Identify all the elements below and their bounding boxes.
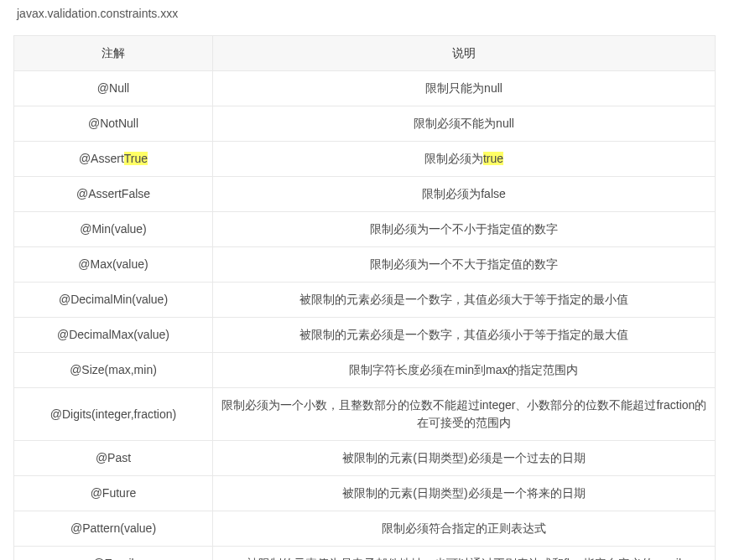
table-row: @NotNull 限制必须不能为null <box>14 106 716 142</box>
table-row: @Pattern(value) 限制必须符合指定的正则表达式 <box>14 511 716 547</box>
description-cell: 限制必须为false <box>213 177 716 212</box>
header-annotation: 注解 <box>14 36 213 71</box>
table-row: @DecimalMax(value) 被限制的元素必须是一个数字，其值必须小于等… <box>14 318 716 353</box>
table-row: @Email 被限制的元素值为是电子邮件地址，也可以通过正则表达式和flag指定… <box>14 547 716 561</box>
description-cell: 限制必须为true <box>213 142 716 177</box>
annotation-cell: @Null <box>14 71 213 106</box>
description-cell: 限制必须为一个小数，且整数部分的位数不能超过integer、小数部分的位数不能超… <box>213 388 716 441</box>
description-highlight: true <box>483 152 503 165</box>
annotation-cell: @AssertFalse <box>14 177 213 212</box>
annotation-cell: @DecimalMax(value) <box>14 318 213 353</box>
table-header-row: 注解 说明 <box>14 36 716 71</box>
annotation-cell: @Min(value) <box>14 212 213 247</box>
description-cell: 被限制的元素值为是电子邮件地址，也可以通过正则表达式和flag指定自定义的ema… <box>213 547 716 561</box>
annotation-cell: @Size(max,min) <box>14 353 213 388</box>
annotation-highlight: True <box>124 152 148 165</box>
description-cell: 限制必须符合指定的正则表达式 <box>213 511 716 547</box>
annotation-cell: @Future <box>14 476 213 511</box>
annotation-cell: @Max(value) <box>14 247 213 283</box>
table-row: @AssertFalse 限制必须为false <box>14 177 716 212</box>
header-description: 说明 <box>213 36 716 71</box>
annotation-prefix: @Assert <box>79 152 124 165</box>
annotation-cell: @Digits(integer,fraction) <box>14 388 213 441</box>
table-row: @Max(value) 限制必须为一个不大于指定值的数字 <box>14 247 716 283</box>
description-cell: 限制必须为一个不大于指定值的数字 <box>213 247 716 283</box>
table-row: @DecimalMin(value) 被限制的元素必须是一个数字，其值必须大于等… <box>14 283 716 318</box>
annotation-cell: @Past <box>14 441 213 476</box>
annotation-cell: @AssertTrue <box>14 142 213 177</box>
description-cell: 被限制的元素必须是一个数字，其值必须小于等于指定的最大值 <box>213 318 716 353</box>
table-row: @Min(value) 限制必须为一个不小于指定值的数字 <box>14 212 716 247</box>
annotation-cell: @Pattern(value) <box>14 511 213 547</box>
description-cell: 被限制的元素(日期类型)必须是一个过去的日期 <box>213 441 716 476</box>
table-row: @Size(max,min) 限制字符长度必须在min到max的指定范围内 <box>14 353 716 388</box>
table-row: @Past 被限制的元素(日期类型)必须是一个过去的日期 <box>14 441 716 476</box>
description-cell: 限制必须不能为null <box>213 106 716 142</box>
description-cell: 被限制的元素必须是一个数字，其值必须大于等于指定的最小值 <box>213 283 716 318</box>
annotation-cell: @Email <box>14 547 213 561</box>
description-cell: 被限制的元素(日期类型)必须是一个将来的日期 <box>213 476 716 511</box>
table-row: @AssertTrue 限制必须为true <box>14 142 716 177</box>
constraints-table: 注解 说明 @Null 限制只能为null @NotNull 限制必须不能为nu… <box>13 35 716 560</box>
table-row: @Null 限制只能为null <box>14 71 716 106</box>
table-row: @Future 被限制的元素(日期类型)必须是一个将来的日期 <box>14 476 716 511</box>
annotation-cell: @DecimalMin(value) <box>14 283 213 318</box>
description-prefix: 限制必须为 <box>424 152 483 165</box>
description-cell: 限制字符长度必须在min到max的指定范围内 <box>213 353 716 388</box>
table-row: @Digits(integer,fraction) 限制必须为一个小数，且整数部… <box>14 388 716 441</box>
annotation-cell: @NotNull <box>14 106 213 142</box>
description-cell: 限制只能为null <box>213 71 716 106</box>
description-cell: 限制必须为一个不小于指定值的数字 <box>213 212 716 247</box>
package-path: javax.validation.constraints.xxx <box>17 7 716 20</box>
